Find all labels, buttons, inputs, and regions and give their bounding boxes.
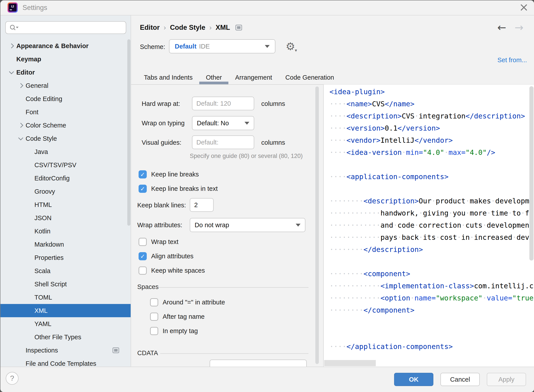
sidebar-item-editor[interactable]: Editor <box>0 66 131 79</box>
help-button[interactable]: ? <box>6 372 19 385</box>
chevron-down-icon[interactable] <box>9 69 14 74</box>
visual-guides-input[interactable] <box>192 135 254 149</box>
sidebar-item-label: TOML <box>34 294 52 301</box>
preview-toggle-icon[interactable] <box>235 25 242 30</box>
checkbox-row-wrap-text[interactable]: Wrap text <box>139 235 205 249</box>
align-attributes-checkbox[interactable]: ✓ <box>139 252 147 260</box>
footer: ? OK Cancel Apply <box>0 367 534 392</box>
checkbox-label: Keep line breaks in text <box>151 185 218 192</box>
checkbox-row-in-empty-tag[interactable]: In empty tag <box>150 324 225 338</box>
spaces-section-line <box>158 287 309 288</box>
spaces-group: Around "=" in attributeAfter tag nameIn … <box>150 295 225 338</box>
keep-white-spaces-checkbox[interactable] <box>139 266 147 275</box>
sidebar-item-other-file-types[interactable]: Other File Types <box>0 331 131 344</box>
checkbox-row-align-attributes[interactable]: ✓Align attributes <box>139 249 205 263</box>
close-button[interactable]: × <box>517 0 531 14</box>
back-button[interactable]: ← <box>497 21 506 33</box>
tab-code-generation[interactable]: Code Generation <box>279 70 341 84</box>
wrap-text-checkbox[interactable] <box>139 238 147 246</box>
sidebar-item-editorconfig[interactable]: EditorConfig <box>0 172 131 185</box>
scheme-value-secondary: IDE <box>199 43 210 50</box>
around-in-attribute-checkbox[interactable] <box>150 298 158 306</box>
breadcrumb-code-style[interactable]: Code Style <box>170 23 205 32</box>
keep-line-breaks-checkbox[interactable]: ✓ <box>139 170 147 178</box>
sidebar-item-groovy[interactable]: Groovy <box>0 185 131 198</box>
code-line <box>329 256 534 268</box>
sidebar-item-label: Color Scheme <box>26 122 66 129</box>
keep-blank-lines-input[interactable] <box>190 198 214 212</box>
sidebar-item-keymap[interactable]: Keymap <box>0 52 131 66</box>
code-line: ····<version>0.1</version> <box>329 122 534 134</box>
apply-button[interactable]: Apply <box>487 373 526 386</box>
code-line: ············<implementation-class>com.in… <box>329 280 534 292</box>
sidebar-item-markdown[interactable]: Markdown <box>0 238 131 251</box>
sidebar-item-font[interactable]: Font <box>0 105 131 119</box>
sidebar-item-inspections[interactable]: Inspections <box>0 344 131 357</box>
checkbox-row-keep-line-breaks[interactable]: ✓Keep line breaks <box>139 167 218 182</box>
checkbox-row-keep-line-breaks-in-text[interactable]: ✓Keep line breaks in text <box>139 182 218 196</box>
close-icon: × <box>519 0 529 14</box>
checkbox-label: In empty tag <box>163 327 198 335</box>
sidebar-item-java[interactable]: Java <box>0 145 131 158</box>
sidebar-item-label: YAML <box>34 320 52 328</box>
sidebar-item-label: Markdown <box>34 241 64 248</box>
checkbox-row-after-tag-name[interactable]: After tag name <box>150 309 225 324</box>
sidebar-item-scala[interactable]: Scala <box>0 264 131 278</box>
tab-tabs-and-indents[interactable]: Tabs and Indents <box>137 70 199 84</box>
search-icon <box>9 23 19 32</box>
sidebar-item-label: HTML <box>34 201 52 209</box>
sidebar-item-toml[interactable]: TOML <box>0 291 131 304</box>
search-input[interactable] <box>19 24 126 31</box>
sidebar-item-color-scheme[interactable]: Color Scheme <box>0 119 131 132</box>
breadcrumb-editor[interactable]: Editor <box>140 23 160 32</box>
chevron-right-icon[interactable] <box>18 83 23 88</box>
set-from-link[interactable]: Set from... <box>497 56 527 64</box>
scheme-actions-button[interactable]: ⚙ <box>283 39 297 53</box>
arrow-left-icon: ← <box>497 21 506 33</box>
sidebar-item-json[interactable]: JSON <box>0 211 131 224</box>
chevron-right-icon[interactable] <box>9 43 14 49</box>
wrap-attributes-select[interactable]: Do not wrap <box>190 218 305 232</box>
preview-vertical-scrollbar[interactable] <box>529 86 534 261</box>
sidebar-item-code-editing[interactable]: Code Editing <box>0 92 131 105</box>
sidebar-item-properties[interactable]: Properties <box>0 251 131 264</box>
form-scrollbar[interactable] <box>315 86 319 364</box>
sidebar-item-html[interactable]: HTML <box>0 198 131 211</box>
preview-horizontal-scrollbar[interactable] <box>324 360 376 366</box>
cdata-partial-select[interactable] <box>210 359 307 367</box>
sidebar-item-label: Other File Types <box>34 334 81 341</box>
sidebar-item-general[interactable]: General <box>0 79 131 92</box>
code-line: ············and·code·correction·cuts·dev… <box>329 219 534 231</box>
forward-button[interactable]: → <box>515 21 523 33</box>
sidebar-item-code-style[interactable]: Code Style <box>0 132 131 145</box>
hard-wrap-input[interactable] <box>192 97 254 110</box>
keep-line-breaks-in-text-checkbox[interactable]: ✓ <box>139 185 147 193</box>
sidebar-item-xml[interactable]: XML <box>0 304 131 317</box>
chevron-down-icon[interactable] <box>18 135 23 140</box>
checkbox-row-around-in-attribute[interactable]: Around "=" in attribute <box>150 295 225 309</box>
sidebar-item-label: Java <box>34 148 48 155</box>
wrap-on-typing-select[interactable]: Default: No <box>192 116 254 130</box>
sidebar-item-yaml[interactable]: YAML <box>0 317 131 331</box>
sidebar-item-appearance-behavior[interactable]: Appearance & Behavior <box>0 39 131 52</box>
hard-wrap-label: Hard wrap at: <box>142 100 180 107</box>
ok-button[interactable]: OK <box>394 373 433 386</box>
sidebar-item-kotlin[interactable]: Kotlin <box>0 224 131 238</box>
scheme-select[interactable]: Default IDE <box>169 39 275 53</box>
settings-search-box[interactable] <box>5 21 126 34</box>
code-preview: <idea-plugin>····<name>CVS</name>····<de… <box>329 86 534 353</box>
sidebar-item-file-and-code-templates[interactable]: File and Code Templates <box>0 357 131 367</box>
tab-arrangement[interactable]: Arrangement <box>228 70 279 84</box>
sidebar-scrollbar[interactable] <box>127 39 130 226</box>
sidebar-item-shell-script[interactable]: Shell Script <box>0 278 131 291</box>
after-tag-name-checkbox[interactable] <box>150 313 158 321</box>
cdata-section-line <box>160 353 309 354</box>
wrap-attributes-value: Do not wrap <box>195 221 229 229</box>
checkbox-row-keep-white-spaces[interactable]: Keep white spaces <box>139 263 205 278</box>
in-empty-tag-checkbox[interactable] <box>150 327 158 335</box>
cancel-button[interactable]: Cancel <box>440 373 480 386</box>
chevron-right-icon[interactable] <box>18 123 23 128</box>
tab-other[interactable]: Other <box>199 70 229 84</box>
code-line: ····<application-components> <box>329 171 534 183</box>
sidebar-item-csv-tsv-psv[interactable]: CSV/TSV/PSV <box>0 158 131 172</box>
